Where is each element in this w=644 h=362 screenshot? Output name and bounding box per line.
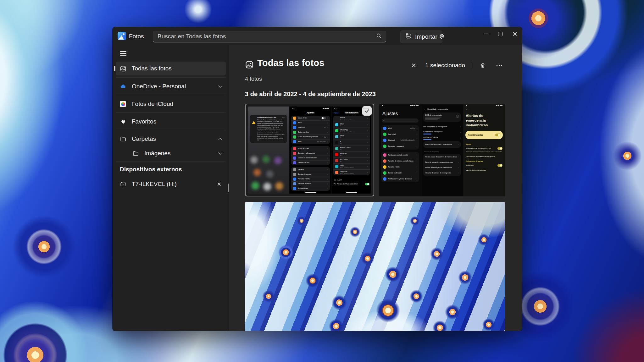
sidebar-item-folders[interactable]: Carpetas (116, 132, 226, 146)
removable-media-icon (120, 181, 126, 188)
app-icon (335, 159, 338, 162)
app-icon (335, 141, 338, 144)
setting-icon (293, 187, 296, 190)
setting-icon (293, 147, 296, 150)
notification-title: Alerta de Protección Civil (257, 117, 285, 118)
sidebar-item-label: Fotos de iCloud (131, 101, 173, 107)
app-row: YouTubeNo › (333, 151, 370, 157)
toggle-on (365, 183, 369, 185)
settings-row: Notificaciones y barra de estado › (381, 176, 419, 182)
settings-row: Pantalla de inicio y pantalla bloqueada … (381, 158, 419, 164)
settings-button[interactable] (435, 30, 449, 43)
search-icon[interactable] (376, 33, 382, 40)
settings-row: Pantalla y brillo › (291, 177, 330, 181)
toggle-on (497, 164, 502, 167)
all-photos-icon (245, 60, 254, 70)
setting-icon (293, 131, 296, 134)
setting-icon (383, 171, 386, 175)
google-play-caption: Servicios de Google Play (421, 150, 463, 154)
maximize-button[interactable] (493, 27, 508, 41)
sidebar-item-onedrive[interactable]: OneDrive - Personal (116, 79, 226, 94)
status-bar: 8:21 (332, 107, 371, 109)
icloud-photos-icon (120, 101, 126, 107)
minimize-button[interactable] (479, 27, 493, 41)
settings-row: Punto de acceso personal No › (291, 134, 330, 139)
settings-row: Fondos de pantalla y estilo › (381, 152, 419, 158)
x-icon (412, 63, 416, 68)
chevron-down-icon (218, 151, 222, 155)
delete-button[interactable] (477, 60, 488, 71)
app-icon (335, 117, 338, 120)
external-devices-header: Dispositivos externos (120, 166, 182, 173)
app-row: YT StudioNo › (333, 157, 370, 163)
status-bar: 8:21 (290, 107, 331, 109)
more-options-button[interactable] (494, 60, 505, 71)
alert-notification-card: ahora Alerta de Protección Civil Alerta … (250, 115, 287, 143)
photo-content: Ajustes Wi-Fi LKDCL › Red móvil › (379, 104, 505, 196)
panel-title: Ajustes (379, 104, 421, 118)
app-title: Fotos (129, 33, 144, 40)
app-icon (335, 171, 338, 174)
sidebar-item-label: OneDrive - Personal (132, 83, 186, 90)
status-bar (379, 105, 421, 106)
settings-row: Wi-Fi LKDCL › (381, 125, 419, 131)
setting-icon (293, 140, 296, 143)
android-settings-panel: Ajustes Wi-Fi LKDCL › Red móvil › (379, 104, 421, 196)
wireless-alerts-panel: ← Alertas de emergencia inalámbricas Per… (463, 104, 505, 196)
sos-toggle (456, 115, 459, 118)
setting-icon (383, 133, 386, 136)
selection-bar: 1 seleccionado (408, 60, 505, 71)
clear-selection-button[interactable] (408, 60, 419, 71)
setting-icon (383, 153, 386, 157)
date-range-header: 3 de abril de 2022 - 4 de septiembre de … (245, 90, 376, 98)
setting-icon (383, 127, 386, 130)
warning-icon (252, 121, 256, 124)
sidebar-item-favorites[interactable]: Favoritos (116, 114, 226, 129)
fine-print (425, 117, 454, 120)
app-row: WhatsAppTiras, Sonidos, Globos › (333, 128, 370, 134)
setting-icon (293, 126, 296, 129)
photo-tile-selected[interactable]: ahora Alerta de Protección Civil Alerta … (245, 104, 374, 196)
close-button[interactable] (508, 27, 522, 41)
divider (116, 112, 226, 113)
history-row: Historial de alertas de emergencia (463, 154, 505, 159)
sidebar-item-label: Imágenes (144, 150, 170, 157)
search-input[interactable] (157, 33, 376, 40)
onedrive-cloud-icon (120, 83, 126, 90)
security-row: Contactos de emergencia › (421, 130, 463, 135)
settings-group: Wi-Fi LKDCL › Red móvil › Bluetooth HUAW… (381, 125, 419, 150)
divider (116, 95, 226, 95)
allow-alerts-card: Permitir alertas (465, 131, 503, 139)
search-box[interactable] (153, 31, 386, 42)
settings-row: Pantalla de inicio › (291, 181, 330, 186)
app-row: WatchTiras, Sonidos, Globos › (333, 116, 370, 122)
prealert-row: Pre-Alertas de Protección Civil (332, 182, 371, 186)
settings-row: Bluetooth Sí › (291, 125, 330, 130)
sidebar-item-external-drive[interactable]: T7-ILKEVCL (H:) (116, 177, 226, 191)
alerts-section-label: Alertas (463, 142, 505, 146)
sidebar-item-icloud-photos[interactable]: Fotos de iCloud (116, 97, 226, 111)
phone-home-panel: ahora Alerta de Protección Civil Alerta … (248, 107, 289, 194)
settings-row: Datos móviles › (291, 130, 330, 134)
sidebar-item-images-folder[interactable]: Imágenes (116, 146, 226, 160)
divider (471, 61, 471, 69)
close-icon (512, 31, 517, 36)
notification-apps-list: WatchTiras, Sonidos, Globos › WazeNo › W… (333, 116, 370, 175)
app-row: WazeNo › (333, 122, 370, 128)
photo-tile-swirl-art[interactable] (245, 202, 505, 331)
notification-time: ahora (282, 116, 285, 118)
panel-title: ←Seguridad y emergencia (421, 104, 463, 112)
notification-body: Alerta de Protección Civil de la Agencia… (257, 119, 285, 141)
settings-group: Notificaciones › Sonidos y vibraciones › (291, 146, 330, 165)
setting-icon (383, 139, 386, 142)
selection-count: 1 seleccionado (425, 62, 465, 69)
toggle-on (495, 134, 500, 136)
photo-content: ahora Alerta de Protección Civil Alerta … (248, 107, 371, 194)
photo-tile[interactable]: Ajustes Wi-Fi LKDCL › Red móvil › (379, 104, 505, 196)
sidebar: Todas las fotos OneDrive - Personal Foto… (113, 45, 229, 331)
import-label: Importar (415, 33, 437, 40)
menu-button[interactable] (117, 48, 130, 59)
sidebar-item-all-photos[interactable]: Todas las fotos (116, 62, 226, 75)
setting-icon (293, 161, 296, 164)
eject-x-icon[interactable] (217, 182, 221, 186)
